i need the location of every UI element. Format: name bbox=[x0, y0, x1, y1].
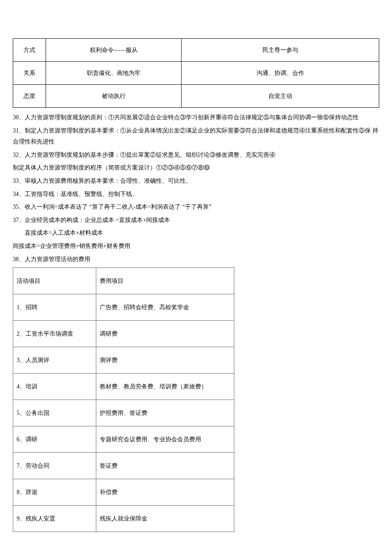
paragraph-38: 38、人力资源管理活动的费用 bbox=[13, 254, 379, 265]
activity-cell: 4、培训 bbox=[13, 374, 96, 400]
table-row: 7、劳动合同 签证费 bbox=[13, 453, 234, 479]
table-row: 8、辞退 补偿费 bbox=[13, 479, 234, 506]
activity-cell: 7、劳动合同 bbox=[13, 453, 96, 479]
cost-cell: 护照费用、签证费 bbox=[96, 400, 234, 426]
table-row: 关系 职责僵化、画地为牢 沟通、协调、合作 bbox=[13, 62, 379, 85]
cell-label: 态度 bbox=[13, 85, 46, 108]
table-row: 1、招聘 广告费、招聘会经费、高校奖学金 bbox=[13, 294, 234, 321]
activity-cell: 1、招聘 bbox=[13, 294, 96, 321]
activity-cell: 5、公务出国 bbox=[13, 400, 96, 426]
paragraph-31: 31、制定人力资源管理制度的基本要求：①从企业具体情况出发②满足企业的实际需要③… bbox=[13, 125, 379, 148]
cost-cell: 调研费 bbox=[96, 321, 234, 347]
cost-cell: 专题研究会议费用、专业协会会员费用 bbox=[96, 426, 234, 453]
paragraph-37a: 直接成本=人工成本+材料成本 bbox=[13, 227, 379, 239]
cost-cell: 残疾人就业保障金 bbox=[96, 506, 234, 532]
table-row: 方式 权利命令——服从 民主尊一参与 bbox=[13, 39, 379, 62]
cell-value: 被动执行 bbox=[46, 85, 182, 108]
cell-value: 权利命令——服从 bbox=[46, 39, 182, 62]
paragraph-32b: 制定具体人力资源管理制度的程序（简答或方案设计）①②③④⑤⑥⑦⑧⑩ bbox=[13, 162, 379, 174]
table-row: 9、残疾人安置 残疾人就业保障金 bbox=[13, 506, 234, 532]
table-row: 态度 被动执行 自觉主动 bbox=[13, 85, 379, 108]
table-row: 3、人员测评 测评费 bbox=[13, 347, 234, 374]
comparison-table: 方式 权利命令——服从 民主尊一参与 关系 职责僵化、画地为牢 沟通、协调、合作… bbox=[13, 38, 379, 108]
cost-cell: 测评费 bbox=[96, 347, 234, 374]
paragraph-37b: 间接成本=企业管理费用+销售费用+财务费用 bbox=[13, 241, 379, 252]
cell-value: 沟通、协调、合作 bbox=[182, 62, 379, 85]
paragraph-34: 34、工资指导线：基准线、预警线、控制下线。 bbox=[13, 189, 379, 200]
table-row: 5、公务出国 护照费用、签证费 bbox=[13, 400, 234, 426]
cost-cell: 签证费 bbox=[96, 453, 234, 479]
table-row: 2、工资水平市场调查 调研费 bbox=[13, 321, 234, 347]
paragraph-33: 33、审核人力资源费用核算的基本要求：合理性、准确性、可比性。 bbox=[13, 175, 379, 187]
cell-value: 职责僵化、画地为牢 bbox=[46, 62, 182, 85]
paragraph-35: 35、收入一利润=成本表达了 “算了再干二收入-成本=利润表达了 “干了再算” bbox=[13, 201, 379, 213]
activity-cell: 8、辞退 bbox=[13, 479, 96, 506]
paragraph-37: 37、企业经营成本的构成：企业总成本 =直接成本+间接成本 bbox=[13, 215, 379, 226]
activity-cell: 2、工资水平市场调查 bbox=[13, 321, 96, 347]
header-activity: 活动项目 bbox=[13, 268, 96, 294]
cost-cell: 补偿费 bbox=[96, 479, 234, 506]
cell-value: 民主尊一参与 bbox=[182, 39, 379, 62]
activity-cell: 9、残疾人安置 bbox=[13, 506, 96, 532]
table-header-row: 活动项目 费用项目 bbox=[13, 268, 234, 294]
cost-cell: 广告费、招聘会经费、高校奖学金 bbox=[96, 294, 234, 321]
paragraph-30: 30、人力资源管理制度规划的原则：①共同发展②适合企业特点③学习创新并重④符合法… bbox=[13, 112, 379, 124]
table-row: 4、培训 教材费、教员劳务费、培训费（差旅费） bbox=[13, 374, 234, 400]
cost-cell: 教材费、教员劳务费、培训费（差旅费） bbox=[96, 374, 234, 400]
cell-label: 方式 bbox=[13, 39, 46, 62]
header-cost: 费用项目 bbox=[96, 268, 234, 294]
activity-cell: 3、人员测评 bbox=[13, 347, 96, 374]
table-row: 6、调研 专题研究会议费用、专业协会会员费用 bbox=[13, 426, 234, 453]
activity-cost-table: 活动项目 费用项目 1、招聘 广告费、招聘会经费、高校奖学金 2、工资水平市场调… bbox=[13, 267, 234, 532]
paragraph-32: 32、人力资源管理制度规划的基本步骤：①提出草案②征求意见、组织讨论③修改调整、… bbox=[13, 150, 379, 161]
cell-value: 自觉主动 bbox=[182, 85, 379, 108]
activity-cell: 6、调研 bbox=[13, 426, 96, 453]
cell-label: 关系 bbox=[13, 62, 46, 85]
